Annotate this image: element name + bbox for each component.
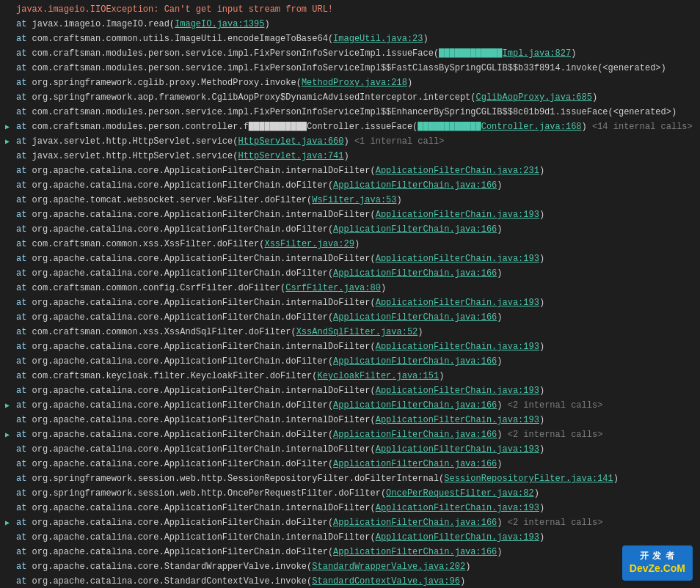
stack-line: at org.springframework.cglib.proxy.Metho… bbox=[0, 76, 700, 91]
stack-trace-container: javax.imageio.IIOException: Can't get in… bbox=[0, 0, 700, 588]
line-text: at org.apache.catalina.core.ApplicationF… bbox=[13, 164, 699, 178]
stack-line: at org.apache.catalina.core.ApplicationF… bbox=[0, 340, 700, 355]
stack-line: at org.apache.catalina.core.ApplicationF… bbox=[0, 296, 700, 311]
line-text: at com.craftsman.keycloak.filter.Keycloa… bbox=[13, 370, 699, 383]
stack-link[interactable]: XssFilter.java:29 bbox=[264, 239, 354, 249]
stack-line: at org.apache.catalina.core.ApplicationF… bbox=[0, 355, 700, 370]
line-text: at org.apache.catalina.core.ApplicationF… bbox=[13, 223, 699, 237]
stack-line: at com.craftsman.common.utils.ImageUtil.… bbox=[0, 32, 700, 47]
stack-link[interactable]: ApplicationFilterChain.java:166 bbox=[333, 518, 497, 528]
stack-line: at org.apache.catalina.core.ApplicationF… bbox=[0, 501, 700, 516]
stack-link[interactable]: ApplicationFilterChain.java:166 bbox=[333, 400, 497, 411]
stack-line: at com.craftsman.modules.person.service.… bbox=[0, 106, 700, 120]
stack-link[interactable]: ████████████Impl.java:827 bbox=[439, 48, 571, 59]
watermark: 开 发 者 DevZe.CoM bbox=[622, 545, 693, 581]
stack-link[interactable]: CsrfFilter.java:80 bbox=[285, 283, 381, 293]
stack-line: at org.apache.catalina.core.ApplicationF… bbox=[0, 531, 700, 545]
stack-line: at com.craftsman.common.xss.XssFilter.do… bbox=[0, 238, 700, 252]
line-gutter[interactable]: ▶ bbox=[1, 400, 13, 413]
stack-link[interactable]: OncePerRequestFilter.java:82 bbox=[386, 488, 534, 499]
stack-link[interactable]: HttpServlet.java:660 bbox=[238, 136, 343, 147]
stack-line: at org.apache.catalina.core.ApplicationF… bbox=[0, 179, 700, 194]
stack-link[interactable]: StandardWrapperValve.java:202 bbox=[312, 562, 465, 572]
stack-line: at org.apache.catalina.core.ApplicationF… bbox=[0, 223, 700, 238]
stack-link[interactable]: ApplicationFilterChain.java:231 bbox=[376, 166, 539, 176]
stack-link[interactable]: ApplicationFilterChain.java:193 bbox=[376, 415, 539, 425]
stack-line: ▶ at javax.servlet.http.HttpServlet.serv… bbox=[0, 135, 700, 150]
line-text: at com.craftsman.common.xss.XssFilter.do… bbox=[13, 238, 699, 251]
stack-line: at com.craftsman.keycloak.filter.Keycloa… bbox=[0, 370, 700, 384]
stack-link[interactable]: ApplicationFilterChain.java:166 bbox=[333, 547, 497, 557]
stack-link[interactable]: ApplicationFilterChain.java:193 bbox=[376, 342, 539, 352]
line-text: at com.craftsman.modules.person.service.… bbox=[13, 47, 699, 61]
stack-link[interactable]: ApplicationFilterChain.java:193 bbox=[376, 298, 539, 308]
stack-link[interactable]: ApplicationFilterChain.java:193 bbox=[376, 503, 539, 513]
stack-link[interactable]: ApplicationFilterChain.java:166 bbox=[333, 312, 497, 323]
stack-link[interactable]: CglibAopProxy.java:685 bbox=[476, 92, 592, 103]
stack-link[interactable]: ApplicationFilterChain.java:166 bbox=[333, 430, 497, 440]
line-text: at org.apache.catalina.core.ApplicationF… bbox=[13, 340, 699, 354]
stack-line: at org.apache.catalina.core.ApplicationF… bbox=[0, 384, 700, 399]
stack-line: at org.apache.tomcat.websocket.server.Ws… bbox=[0, 194, 700, 208]
stack-link[interactable]: KeycloakFilter.java:151 bbox=[317, 371, 439, 381]
line-text: javax.imageio.IIOException: Can't get in… bbox=[13, 3, 699, 17]
stack-link[interactable]: WsFilter.java:53 bbox=[312, 195, 396, 205]
stack-link[interactable]: ApplicationFilterChain.java:166 bbox=[333, 459, 497, 469]
stack-link[interactable]: ApplicationFilterChain.java:166 bbox=[333, 356, 497, 367]
stack-line: at com.craftsman.common.config.CsrfFilte… bbox=[0, 282, 700, 296]
stack-link[interactable]: ApplicationFilterChain.java:193 bbox=[376, 532, 539, 543]
stack-line: at org.apache.catalina.core.ApplicationF… bbox=[0, 208, 700, 223]
line-text: at javax.imageio.ImageIO.read(ImageIO.ja… bbox=[13, 18, 699, 32]
stack-link[interactable]: ApplicationFilterChain.java:166 bbox=[333, 180, 497, 191]
stack-line: javax.imageio.IIOException: Can't get in… bbox=[0, 3, 700, 18]
line-text: at com.craftsman.modules.person.controll… bbox=[13, 120, 699, 134]
stack-line: at javax.servlet.http.HttpServlet.servic… bbox=[0, 150, 700, 164]
line-text: at org.apache.catalina.core.ApplicationF… bbox=[13, 208, 699, 222]
line-gutter[interactable]: ▶ bbox=[1, 517, 13, 530]
stack-line: at org.apache.catalina.core.ApplicationF… bbox=[0, 443, 700, 457]
line-text: at org.apache.catalina.core.ApplicationF… bbox=[13, 311, 699, 325]
line-text: at org.apache.catalina.core.ApplicationF… bbox=[13, 428, 699, 442]
stack-line: ▶ at org.apache.catalina.core.Applicatio… bbox=[0, 428, 700, 443]
stack-line: at com.craftsman.common.xss.XssAndSqlFil… bbox=[0, 326, 700, 340]
stack-line: at com.craftsman.modules.person.service.… bbox=[0, 62, 700, 76]
line-text: at org.apache.catalina.core.ApplicationF… bbox=[13, 531, 699, 545]
line-text: at org.apache.catalina.core.ApplicationF… bbox=[13, 457, 699, 471]
line-text: at org.apache.catalina.core.ApplicationF… bbox=[13, 516, 699, 530]
stack-line: at org.apache.catalina.core.StandardWrap… bbox=[0, 560, 700, 575]
stack-line: at org.apache.catalina.core.ApplicationF… bbox=[0, 164, 700, 179]
line-text: at org.apache.catalina.core.ApplicationF… bbox=[13, 443, 699, 457]
stack-line: at org.apache.catalina.core.ApplicationF… bbox=[0, 311, 700, 326]
stack-link[interactable]: MethodProxy.java:218 bbox=[302, 78, 407, 88]
line-text: at com.craftsman.common.config.CsrfFilte… bbox=[13, 282, 699, 295]
line-text: at org.springframework.session.web.http.… bbox=[13, 487, 699, 501]
stack-line: at org.springframework.session.web.http.… bbox=[0, 487, 700, 501]
line-text: at org.apache.catalina.core.ApplicationF… bbox=[13, 267, 699, 281]
stack-link[interactable]: XssAndSqlFilter.java:52 bbox=[296, 327, 418, 337]
watermark-line1: 开 发 者 bbox=[630, 550, 685, 562]
watermark-line2: DevZe.CoM bbox=[630, 562, 685, 576]
line-text: at org.apache.tomcat.websocket.server.Ws… bbox=[13, 194, 699, 207]
stack-link[interactable]: ApplicationFilterChain.java:166 bbox=[333, 268, 497, 279]
stack-link[interactable]: ApplicationFilterChain.java:193 bbox=[376, 444, 539, 455]
stack-link[interactable]: ApplicationFilterChain.java:193 bbox=[376, 210, 539, 220]
line-text: at org.apache.catalina.core.ApplicationF… bbox=[13, 399, 699, 413]
stack-link[interactable]: StandardContextValve.java:96 bbox=[312, 576, 460, 587]
stack-line: ▶ at org.apache.catalina.core.Applicatio… bbox=[0, 516, 700, 531]
line-text: at org.apache.catalina.core.StandardCont… bbox=[13, 575, 699, 588]
line-gutter[interactable]: ▶ bbox=[1, 429, 13, 442]
stack-line: at javax.imageio.ImageIO.read(ImageIO.ja… bbox=[0, 18, 700, 32]
line-text: at javax.servlet.http.HttpServlet.servic… bbox=[13, 150, 699, 163]
stack-link[interactable]: ████████████Controller.java:168 bbox=[418, 122, 581, 132]
stack-line: at org.apache.catalina.core.ApplicationF… bbox=[0, 414, 700, 428]
stack-link[interactable]: ImageIO.java:1395 bbox=[175, 19, 264, 29]
stack-link[interactable]: ApplicationFilterChain.java:193 bbox=[376, 386, 539, 396]
stack-link[interactable]: SessionRepositoryFilter.java:141 bbox=[444, 474, 613, 484]
stack-link[interactable]: ApplicationFilterChain.java:193 bbox=[376, 254, 539, 264]
line-gutter[interactable]: ▶ bbox=[1, 121, 13, 134]
line-text: at com.craftsman.modules.person.service.… bbox=[13, 62, 699, 76]
line-gutter[interactable]: ▶ bbox=[1, 136, 13, 149]
stack-link[interactable]: HttpServlet.java:741 bbox=[238, 151, 343, 161]
stack-link[interactable]: ImageUtil.java:23 bbox=[333, 34, 423, 44]
stack-link[interactable]: ApplicationFilterChain.java:166 bbox=[333, 224, 497, 235]
